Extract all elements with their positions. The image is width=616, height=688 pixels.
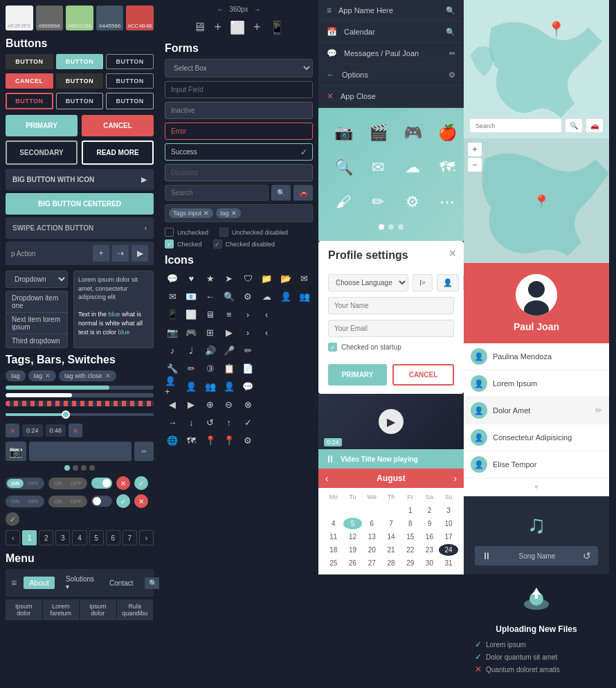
cal-day-13[interactable]: 13	[362, 531, 381, 543]
nav-search-2-icon[interactable]: 🔍	[446, 28, 455, 37]
users-icon[interactable]: 👥	[297, 289, 312, 304]
nav-gear-icon[interactable]: ⚙	[449, 71, 455, 80]
dot-1[interactable]	[64, 465, 70, 471]
slider-1[interactable]	[6, 410, 154, 419]
check-circle-icon[interactable]: ✓	[240, 415, 255, 430]
modal-name-input[interactable]	[328, 297, 454, 314]
button-dark[interactable]: BUTTON	[6, 54, 53, 69]
gamepad-icon[interactable]: 🎮	[183, 325, 199, 340]
toggle-icon-x[interactable]: ✕	[116, 476, 130, 490]
heart-icon[interactable]: ♥	[183, 271, 199, 286]
cal-day-27[interactable]: 27	[362, 557, 381, 569]
cal-day-12[interactable]: 12	[343, 531, 363, 543]
pencil-icon[interactable]: ✏	[183, 361, 199, 376]
button-outline[interactable]: BUTTON	[106, 54, 154, 69]
cal-day-22[interactable]: 22	[401, 544, 420, 556]
cal-day-16[interactable]: 16	[420, 531, 440, 543]
menu-contact[interactable]: Contact	[105, 577, 137, 589]
cal-day-19[interactable]: 19	[343, 544, 363, 556]
page-7[interactable]: 7	[123, 530, 137, 545]
refresh-icon[interactable]: ↺	[203, 415, 218, 430]
chat-2-icon[interactable]: 💬	[240, 379, 255, 394]
settings-icon[interactable]: ⚙	[240, 433, 255, 448]
menu-nav-4[interactable]: Rula quandibu	[117, 599, 154, 620]
nav-messages[interactable]: 💬 Messages / Paul Joan ✏	[318, 43, 464, 64]
readmore-button[interactable]: READ MORE	[82, 141, 154, 165]
arrow-up-icon[interactable]: ↑	[221, 415, 237, 430]
cloud-icon[interactable]: ☁	[259, 289, 274, 304]
app-icon-brush[interactable]: 🖌	[329, 188, 357, 216]
nav-calendar[interactable]: 📅 Calendar 🔍	[318, 21, 464, 43]
gear-icon[interactable]: ⚙	[240, 289, 255, 304]
user-2-icon[interactable]: 👤	[183, 379, 199, 394]
toggle-icon-check-3[interactable]: ✓	[6, 512, 19, 526]
modal-primary-btn[interactable]: PRIMARY	[328, 364, 387, 386]
page-4[interactable]: 4	[72, 530, 87, 545]
search-icon[interactable]: 🔍	[221, 289, 237, 304]
dot-4[interactable]	[89, 465, 95, 471]
toggle-on-off-4[interactable]: ON OFF	[48, 496, 87, 507]
cal-day-4[interactable]: 4	[324, 518, 343, 529]
app-icon-upload[interactable]: ☁	[399, 154, 426, 181]
square-icon[interactable]: ⬜	[183, 307, 199, 322]
checkbox-box-1[interactable]	[165, 228, 174, 237]
mobile-icon[interactable]: 📱	[165, 307, 180, 322]
button-dark-2[interactable]: BUTTON	[56, 73, 104, 89]
cal-day-2[interactable]: 2	[420, 505, 440, 516]
cal-day-9[interactable]: 9	[420, 518, 440, 529]
button-cancel-red[interactable]: CANCEL	[6, 73, 53, 89]
button-outline-4[interactable]: BUTTON	[106, 93, 154, 109]
button-outline-2[interactable]: BUTTON	[106, 73, 154, 89]
page-1[interactable]: 1	[22, 530, 37, 545]
contact-item-3[interactable]: 👤 Dolor Amet ✏	[464, 397, 609, 424]
map-zoom-out[interactable]: −	[468, 158, 482, 172]
app-icon-pencil[interactable]: ✏	[364, 188, 392, 216]
app-icon-gear[interactable]: ⚙	[399, 188, 426, 216]
button-outline-3[interactable]: BUTTON	[56, 93, 104, 109]
dropdown-item-1[interactable]: Dropdown item one	[6, 291, 67, 313]
cal-day-28[interactable]: 28	[381, 557, 401, 569]
chat-icon[interactable]: 💬	[165, 271, 180, 286]
cal-day-23[interactable]: 23	[420, 544, 440, 556]
toggle-switch-on[interactable]	[91, 478, 112, 489]
user-icon[interactable]: 👤	[278, 289, 293, 304]
button-red-outline[interactable]: BUTTON	[6, 93, 53, 109]
camera-icon[interactable]: 📷	[165, 325, 180, 340]
cal-day-17[interactable]: 17	[439, 531, 458, 543]
x-circle-icon[interactable]: ⊗	[240, 397, 255, 412]
cal-day-5-today[interactable]: 5	[343, 518, 363, 529]
app-icon-map[interactable]: 🗺	[433, 154, 461, 181]
contact-item-1[interactable]: 👤 Paulina Mendoza	[464, 343, 609, 370]
modal-cancel-btn[interactable]: CANCEL	[392, 364, 454, 386]
app-icon-apple[interactable]: 🍎	[433, 119, 461, 147]
vc-close-2[interactable]: ✕	[69, 424, 82, 437]
contact-edit-icon[interactable]: ✏	[595, 406, 602, 415]
music-2-icon[interactable]: ♩	[183, 343, 199, 358]
button-teal[interactable]: BUTTON	[56, 54, 104, 69]
menu-nav-2[interactable]: Lorem faretum	[43, 599, 80, 620]
angle-right-icon[interactable]: ›	[240, 325, 255, 340]
secondary-button[interactable]: SECONDARY	[6, 141, 78, 165]
page-next[interactable]: ›	[139, 530, 154, 545]
cal-day-21[interactable]: 21	[381, 544, 401, 556]
volume-icon[interactable]: 🔊	[203, 343, 218, 358]
form-success-field[interactable]	[165, 143, 313, 161]
arrow-right-circle-icon[interactable]: ▶	[183, 397, 199, 412]
page-3[interactable]: 3	[55, 530, 70, 545]
app-icon-camera[interactable]: 📷	[329, 119, 357, 147]
cal-day-1[interactable]: 1	[401, 505, 420, 516]
modal-arrow-btn[interactable]: ▾	[463, 274, 464, 291]
form-input-field[interactable]	[165, 81, 313, 98]
menu-solutions[interactable]: Solutions	[62, 573, 98, 592]
back-icon[interactable]: ←	[203, 289, 218, 304]
tag-3[interactable]: tag with close ✕	[59, 370, 116, 381]
menu-icon[interactable]: ≡	[221, 307, 237, 322]
primary-button[interactable]: PRIMARY	[6, 115, 78, 136]
app-icon-mail[interactable]: ✉	[364, 154, 392, 181]
edit-icon[interactable]: ✏	[240, 343, 255, 358]
app-icon-extras[interactable]: ⋯	[433, 188, 461, 216]
arrow-icon[interactable]: ➤	[221, 271, 237, 286]
modal-checkbox[interactable]: ✓	[328, 343, 337, 352]
app-dot-2[interactable]	[388, 224, 394, 230]
file-icon[interactable]: 📄	[240, 361, 255, 376]
